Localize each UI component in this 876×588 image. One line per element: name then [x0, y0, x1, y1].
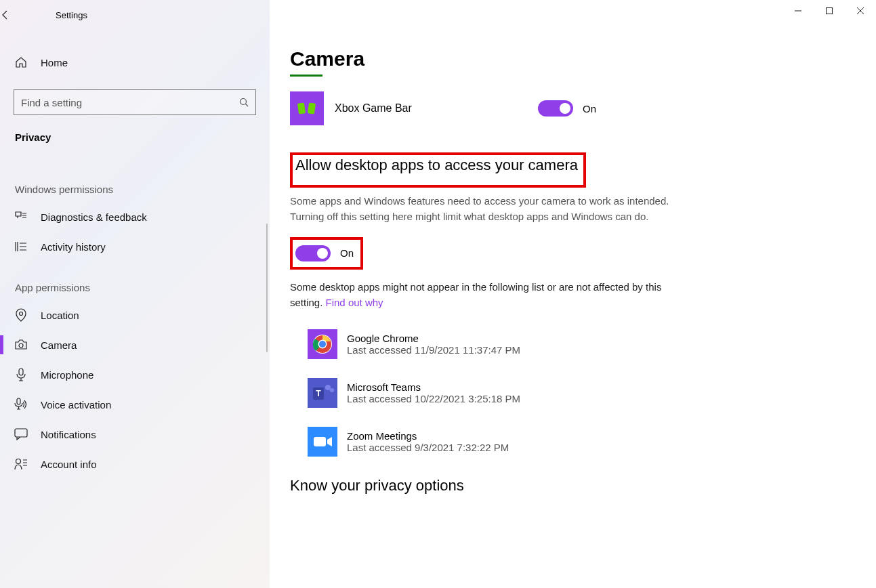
- svg-rect-7: [17, 398, 20, 404]
- sidebar-item-label: Microphone: [41, 369, 93, 381]
- footer-section-title: Know your privacy options: [290, 477, 849, 495]
- desktop-app-teams: T Microsoft Teams Last accessed 10/22/20…: [290, 378, 849, 408]
- notifications-icon: [14, 427, 28, 442]
- svg-rect-24: [314, 437, 326, 446]
- svg-point-2: [241, 99, 247, 105]
- svg-point-9: [16, 459, 21, 464]
- maximize-button[interactable]: [814, 0, 845, 22]
- home-icon: [14, 55, 28, 70]
- page-title: Camera: [290, 47, 849, 70]
- section-title-desktop: Allow desktop apps to access your camera: [295, 156, 578, 174]
- svg-point-22: [330, 388, 334, 392]
- svg-point-5: [19, 343, 23, 348]
- sidebar-item-label: Voice activation: [41, 399, 111, 411]
- svg-rect-6: [19, 369, 23, 375]
- sidebar-item-notifications[interactable]: Notifications: [0, 419, 270, 449]
- highlight-box-toggle: On: [290, 237, 363, 270]
- sidebar-category: Privacy: [0, 125, 270, 163]
- sidebar-item-voice[interactable]: Voice activation: [0, 390, 270, 419]
- app-last-accessed: Last accessed 10/22/2021 3:25:18 PM: [347, 393, 520, 404]
- sidebar-item-label: Notifications: [41, 429, 96, 440]
- sidebar-home-label: Home: [41, 57, 68, 68]
- svg-rect-10: [290, 91, 324, 125]
- minimize-button[interactable]: [783, 0, 814, 22]
- svg-point-21: [325, 385, 331, 390]
- microphone-icon: [14, 367, 28, 382]
- desktop-note: Some desktop apps might not appear in th…: [290, 279, 669, 311]
- app-last-accessed: Last accessed 11/9/2021 11:37:47 PM: [347, 344, 520, 356]
- camera-icon: [14, 337, 28, 352]
- find-out-why-link[interactable]: Find out why: [326, 297, 383, 308]
- teams-icon: T: [308, 378, 337, 408]
- app-row-xbox: Xbox Game Bar On: [290, 91, 849, 125]
- feedback-icon: [14, 209, 28, 224]
- search-box[interactable]: [14, 89, 256, 115]
- title-underline: [290, 75, 322, 77]
- search-icon: [239, 98, 249, 107]
- svg-rect-1: [827, 8, 833, 14]
- sidebar-item-label: Camera: [41, 339, 77, 351]
- group-windows-permissions: Windows permissions: [0, 163, 270, 202]
- sidebar-home[interactable]: Home: [0, 47, 270, 77]
- app-name: Zoom Meetings: [347, 430, 509, 442]
- zoom-icon: [308, 427, 337, 457]
- toggle-track: [295, 245, 331, 261]
- toggle-label: On: [583, 103, 596, 114]
- group-app-permissions: App permissions: [0, 261, 270, 300]
- sidebar-item-activity[interactable]: Activity history: [0, 232, 270, 261]
- toggle-track: [538, 100, 573, 117]
- location-icon: [14, 308, 28, 322]
- voice-icon: [14, 397, 28, 412]
- desktop-app-zoom: Zoom Meetings Last accessed 9/3/2021 7:3…: [290, 427, 849, 457]
- content-area: Camera Xbox Game Bar On Allow desktop ap…: [270, 0, 876, 588]
- sidebar: Home Privacy Windows permissions Diagnos…: [0, 0, 270, 588]
- svg-text:T: T: [316, 389, 321, 398]
- desktop-app-chrome: Google Chrome Last accessed 11/9/2021 11…: [290, 329, 849, 359]
- sidebar-item-label: Location: [41, 310, 79, 321]
- window-title: Settings: [33, 10, 87, 20]
- xbox-toggle[interactable]: On: [538, 100, 596, 117]
- desktop-camera-toggle[interactable]: On: [295, 245, 354, 261]
- app-last-accessed: Last accessed 9/3/2021 7:32:22 PM: [347, 442, 509, 453]
- sidebar-item-camera[interactable]: Camera: [0, 330, 270, 360]
- sidebar-item-label: Activity history: [41, 241, 106, 253]
- sidebar-item-label: Diagnostics & feedback: [41, 211, 147, 223]
- svg-rect-8: [15, 429, 27, 437]
- sidebar-item-location[interactable]: Location: [0, 300, 270, 330]
- svg-point-4: [20, 312, 23, 316]
- sidebar-item-microphone[interactable]: Microphone: [0, 360, 270, 390]
- svg-point-17: [319, 341, 326, 348]
- back-button[interactable]: [0, 9, 33, 20]
- titlebar: Settings: [0, 0, 876, 30]
- app-name: Xbox Game Bar: [335, 102, 538, 114]
- sidebar-item-account[interactable]: Account info: [0, 449, 270, 479]
- app-name: Google Chrome: [347, 333, 520, 344]
- search-input[interactable]: [21, 97, 239, 108]
- highlight-box-title: Allow desktop apps to access your camera: [290, 152, 586, 188]
- close-button[interactable]: [845, 0, 876, 22]
- sidebar-item-label: Account info: [41, 459, 97, 470]
- activity-icon: [14, 239, 28, 254]
- account-icon: [14, 457, 28, 471]
- xbox-icon: [290, 91, 324, 125]
- sidebar-item-diagnostics[interactable]: Diagnostics & feedback: [0, 202, 270, 232]
- svg-line-3: [246, 104, 249, 107]
- chrome-icon: [308, 329, 337, 359]
- app-name: Microsoft Teams: [347, 381, 520, 393]
- toggle-label: On: [340, 247, 354, 259]
- section-desc: Some apps and Windows features need to a…: [290, 193, 669, 225]
